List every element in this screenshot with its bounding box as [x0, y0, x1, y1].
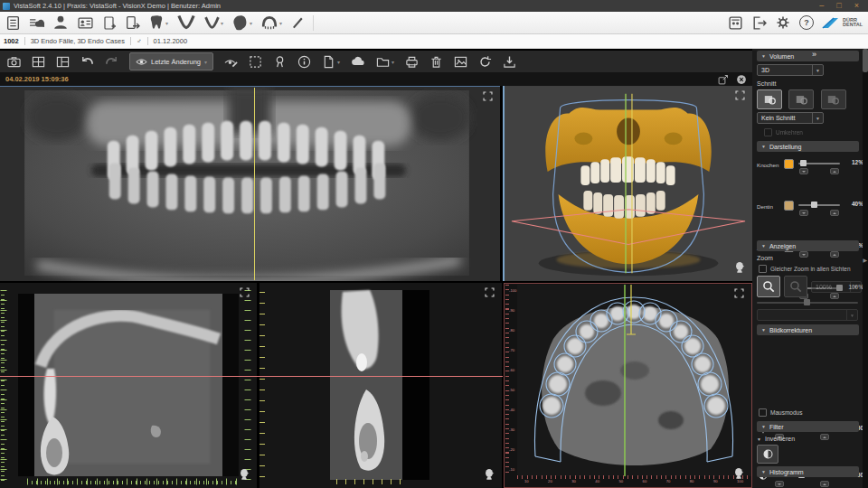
export-dropdown-button[interactable]: ▾	[376, 55, 394, 69]
pen-button[interactable]	[290, 15, 305, 30]
mausmodus-checkbox-row[interactable]: Mausmodus	[757, 408, 865, 417]
chevron-down-icon: ▾	[221, 20, 223, 26]
section-header-darstellung[interactable]: ▼ Darstellung	[757, 141, 859, 152]
axial-plane-line[interactable]	[0, 376, 503, 377]
row-label: Knochen	[757, 162, 778, 168]
invert-button[interactable]	[757, 445, 778, 464]
fullscreen-icon[interactable]	[735, 90, 745, 100]
intraoral-button[interactable]	[176, 14, 196, 32]
invertieren-header[interactable]: ▼ Invertieren	[757, 436, 863, 442]
annotations-button[interactable]	[224, 55, 238, 69]
pano-crosshair-line[interactable]	[254, 88, 255, 280]
section-header-filter[interactable]: ▼ Filter	[757, 421, 859, 432]
minimize-button[interactable]: –	[819, 0, 824, 12]
logout-button[interactable]	[751, 15, 767, 31]
step-down-button[interactable]	[799, 168, 808, 174]
section-header-anzeigen[interactable]: ▼ Anzeigen	[757, 240, 859, 251]
layout-columns-button[interactable]	[56, 55, 70, 69]
export-view-button[interactable]	[718, 74, 729, 85]
fullscreen-icon[interactable]	[734, 288, 744, 298]
transfer-record-button[interactable]	[125, 15, 140, 31]
head-menu-button[interactable]: ▾	[231, 14, 252, 32]
scrollbar-thumb[interactable]	[863, 49, 868, 72]
fullscreen-icon[interactable]	[485, 287, 495, 297]
opacity-slider[interactable]	[798, 163, 840, 164]
worklist-button[interactable]	[5, 15, 21, 31]
axial-viewport[interactable]: -100-90-80-70-60-50-40-30-20-10 10203040…	[504, 283, 752, 488]
separator	[147, 37, 148, 45]
history-dropdown[interactable]: Letzte Änderung ▾	[129, 52, 213, 70]
volume-3d-viewport[interactable]	[503, 86, 752, 281]
tooth-menu-button[interactable]: ▾	[148, 14, 168, 31]
close-view-button[interactable]	[736, 74, 747, 85]
fullscreen-icon[interactable]	[483, 91, 493, 101]
slice-sagittal-viewport[interactable]	[0, 283, 257, 488]
delete-button[interactable]	[429, 55, 443, 69]
step-down-button[interactable]	[775, 481, 784, 487]
jaw-menu-button[interactable]: ▾	[260, 14, 282, 31]
patient-case-name[interactable]: 3D Endo Fälle, 3D Endo Cases	[31, 37, 125, 45]
color-swatch[interactable]	[784, 201, 794, 211]
import-button[interactable]	[503, 55, 516, 69]
zoom-slider[interactable]	[757, 302, 863, 304]
new-record-button[interactable]	[102, 15, 117, 31]
info-button[interactable]	[297, 55, 311, 69]
opacity-slider[interactable]	[798, 204, 840, 206]
redo-button[interactable]	[105, 55, 118, 69]
zoom-out-button[interactable]	[784, 276, 807, 297]
cross-slice-image	[259, 283, 502, 488]
collapse-triangle-icon: ▼	[761, 144, 766, 149]
undo-button[interactable]	[80, 55, 94, 69]
slice-cross-viewport[interactable]	[259, 283, 502, 488]
chevron-down-icon: ▾	[165, 20, 168, 26]
panel-overflow-chevron[interactable]: »	[812, 50, 816, 59]
zoom-preset-select[interactable]: ▼	[757, 309, 858, 321]
slice-mode-button-2[interactable]	[788, 89, 814, 109]
maximize-button[interactable]: □	[836, 0, 841, 12]
panel-scrollbar[interactable]	[863, 49, 868, 488]
umkehren-checkbox-row[interactable]: Umkehren	[757, 128, 868, 136]
step-up-button[interactable]	[830, 168, 839, 174]
step-up-button[interactable]	[830, 210, 839, 216]
print-button[interactable]	[405, 55, 419, 69]
section-header-volumen[interactable]: ▼ Volumen	[757, 51, 859, 61]
step-down-button[interactable]	[799, 210, 808, 216]
checkbox-icon[interactable]	[759, 408, 767, 417]
schnitt-label: Schnitt	[757, 80, 863, 87]
ruler-tick-label: -60	[505, 368, 517, 372]
patient-button[interactable]	[52, 14, 69, 31]
layout-grid-button[interactable]	[32, 55, 45, 69]
patient-card-button[interactable]	[77, 15, 94, 31]
snapshot-button[interactable]	[7, 55, 21, 69]
section-header-bildkorrekturen[interactable]: ▼ Bildkorrekturen	[757, 324, 859, 335]
image-adjust-button[interactable]	[454, 55, 467, 69]
fullscreen-icon[interactable]	[240, 287, 250, 297]
panel-collapse-arrow[interactable]: ▶	[863, 257, 867, 263]
zoom-level-select[interactable]: 100% ▼	[811, 281, 862, 293]
rotate-reset-button[interactable]	[478, 55, 492, 69]
report-dropdown-button[interactable]: ▾	[322, 55, 340, 69]
region-select-button[interactable]	[249, 55, 262, 69]
settings-button[interactable]	[775, 14, 791, 31]
patient-id: 1002	[4, 37, 19, 45]
intraoral-menu-button[interactable]: ▾	[204, 15, 223, 31]
slice-mode-button-3[interactable]	[821, 89, 846, 109]
cloud-upload-button[interactable]	[351, 54, 365, 69]
checkbox-icon[interactable]	[764, 128, 772, 136]
volume-select[interactable]: 3D ▼	[757, 64, 824, 76]
color-swatch[interactable]	[784, 159, 794, 169]
image-list-button[interactable]	[29, 15, 44, 31]
help-button[interactable]: ?	[799, 15, 814, 30]
register-button[interactable]	[728, 15, 743, 31]
step-up-button[interactable]	[820, 481, 829, 487]
tag-button[interactable]	[273, 55, 287, 69]
close-button[interactable]: ×	[854, 0, 859, 12]
panoramic-viewport[interactable]	[0, 86, 500, 281]
same-zoom-checkbox-row[interactable]: Gleicher Zoom in allen Sichten	[757, 265, 865, 273]
section-header-histogramm[interactable]: ▼ Histogramm	[757, 466, 859, 477]
slice-select[interactable]: Kein Schnitt ▼	[757, 112, 824, 124]
zoom-in-button[interactable]	[757, 276, 780, 297]
slice-mode-button-1[interactable]	[757, 89, 782, 109]
chevron-down-icon: ▾	[279, 20, 282, 26]
checkbox-icon[interactable]	[759, 265, 767, 273]
